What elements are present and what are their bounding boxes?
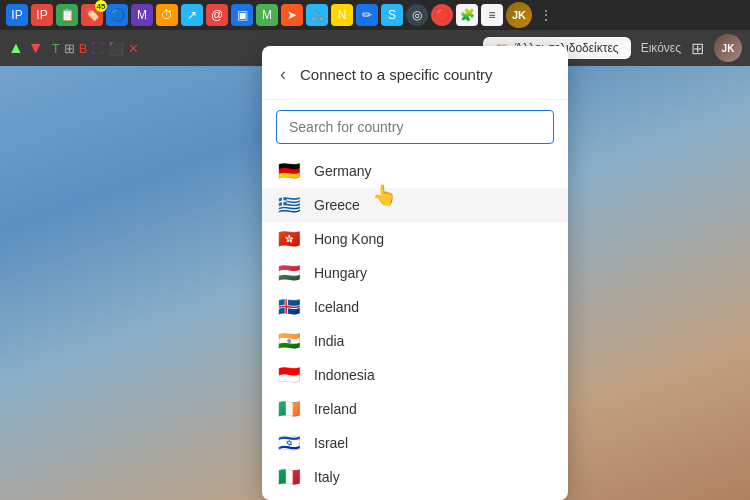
icon-x: ✕ xyxy=(128,41,139,56)
country-item[interactable]: 🇮🇹Italy xyxy=(262,460,568,494)
country-name: Ireland xyxy=(314,401,357,417)
tab-images-label: Εικόνες xyxy=(641,41,681,55)
icon-rss[interactable]: 📋 xyxy=(56,4,78,26)
country-item[interactable]: 🇬🇷Greece xyxy=(262,188,568,222)
icon-more-vert[interactable]: ⋮ xyxy=(535,4,557,26)
country-flag: 🇮🇱 xyxy=(278,435,302,451)
back-button[interactable]: ‹ xyxy=(274,62,292,87)
icon-send[interactable]: ➤ xyxy=(281,4,303,26)
popup-title: Connect to a specific country xyxy=(300,66,493,83)
icon-ip2[interactable]: IP xyxy=(31,4,53,26)
icon-stopwatch[interactable]: ⏱ xyxy=(156,4,178,26)
search-container xyxy=(262,100,568,154)
country-item[interactable]: 🇯🇵Japan xyxy=(262,494,568,500)
country-item[interactable]: 🇮🇪Ireland xyxy=(262,392,568,426)
icon-edit[interactable]: ✏ xyxy=(356,4,378,26)
icon-m[interactable]: M xyxy=(131,4,153,26)
icon-nav[interactable]: M xyxy=(256,4,278,26)
country-flag: 🇮🇸 xyxy=(278,299,302,315)
country-name: Germany xyxy=(314,163,372,179)
country-name: Israel xyxy=(314,435,348,451)
icon-bike[interactable]: 🚲 xyxy=(306,4,328,26)
browser-icons: IP IP 📋 🏷️45 🔵 M ⏱ ↗ @ ▣ M ➤ 🚲 N ✏ S ◎ 🔴… xyxy=(6,2,557,28)
icon-at[interactable]: @ xyxy=(206,4,228,26)
popup-header: ‹ Connect to a specific country xyxy=(262,46,568,100)
country-name: Italy xyxy=(314,469,340,485)
icon-s[interactable]: S xyxy=(381,4,403,26)
country-name: Greece xyxy=(314,197,360,213)
country-list[interactable]: 🇩🇪Germany🇬🇷Greece🇭🇰Hong Kong🇭🇺Hungary🇮🇸I… xyxy=(262,154,568,500)
country-item[interactable]: 🇮🇸Iceland xyxy=(262,290,568,324)
icon-grid: ⊞ xyxy=(64,41,75,56)
country-item[interactable]: 🇮🇩Indonesia xyxy=(262,358,568,392)
country-flag: 🇩🇪 xyxy=(278,163,302,179)
nav-back[interactable]: ▲ xyxy=(8,39,24,57)
icon-n[interactable]: N xyxy=(331,4,353,26)
country-flag: 🇭🇺 xyxy=(278,265,302,281)
country-item[interactable]: 🇩🇪Germany xyxy=(262,154,568,188)
icon-gray: ⬛ xyxy=(108,41,124,56)
tab-grid-icon[interactable]: ⊞ xyxy=(691,39,704,58)
icon-square[interactable]: ▣ xyxy=(231,4,253,26)
country-flag: 🇮🇪 xyxy=(278,401,302,417)
icon-circle[interactable]: 🔵 xyxy=(106,4,128,26)
browser-icon-bar: IP IP 📋 🏷️45 🔵 M ⏱ ↗ @ ▣ M ➤ 🚲 N ✏ S ◎ 🔴… xyxy=(0,0,750,30)
country-item[interactable]: 🇭🇰Hong Kong xyxy=(262,222,568,256)
profile-avatar[interactable]: JK xyxy=(506,2,532,28)
country-item[interactable]: 🇮🇳India xyxy=(262,324,568,358)
country-item[interactable]: 🇮🇱Israel xyxy=(262,426,568,460)
country-name: India xyxy=(314,333,344,349)
icon-tag[interactable]: 🏷️45 xyxy=(81,4,103,26)
country-name: Iceland xyxy=(314,299,359,315)
country-flag: 🇮🇳 xyxy=(278,333,302,349)
icon-menu2[interactable]: ≡ xyxy=(481,4,503,26)
country-item[interactable]: 🇭🇺Hungary xyxy=(262,256,568,290)
icon-puzzle[interactable]: 🧩 xyxy=(456,4,478,26)
icon-red-b: B xyxy=(79,41,88,56)
icon-green-t: T xyxy=(52,41,60,56)
icon-vpn[interactable]: ◎ xyxy=(406,4,428,26)
country-flag: 🇮🇹 xyxy=(278,469,302,485)
country-name: Hong Kong xyxy=(314,231,384,247)
country-name: Hungary xyxy=(314,265,367,281)
country-flag: 🇬🇷 xyxy=(278,197,302,213)
icon-purple-r: ⛶ xyxy=(91,41,104,56)
icon-arrow[interactable]: ↗ xyxy=(181,4,203,26)
country-flag: 🇮🇩 xyxy=(278,367,302,383)
tab-avatar[interactable]: JK xyxy=(714,34,742,62)
country-flag: 🇭🇰 xyxy=(278,231,302,247)
nav-forward[interactable]: ▼ xyxy=(28,39,44,57)
icon-red-circle[interactable]: 🔴 xyxy=(431,4,453,26)
country-name: Indonesia xyxy=(314,367,375,383)
country-select-panel: ‹ Connect to a specific country 🇩🇪German… xyxy=(262,46,568,500)
search-input[interactable] xyxy=(276,110,554,144)
icon-ip[interactable]: IP xyxy=(6,4,28,26)
